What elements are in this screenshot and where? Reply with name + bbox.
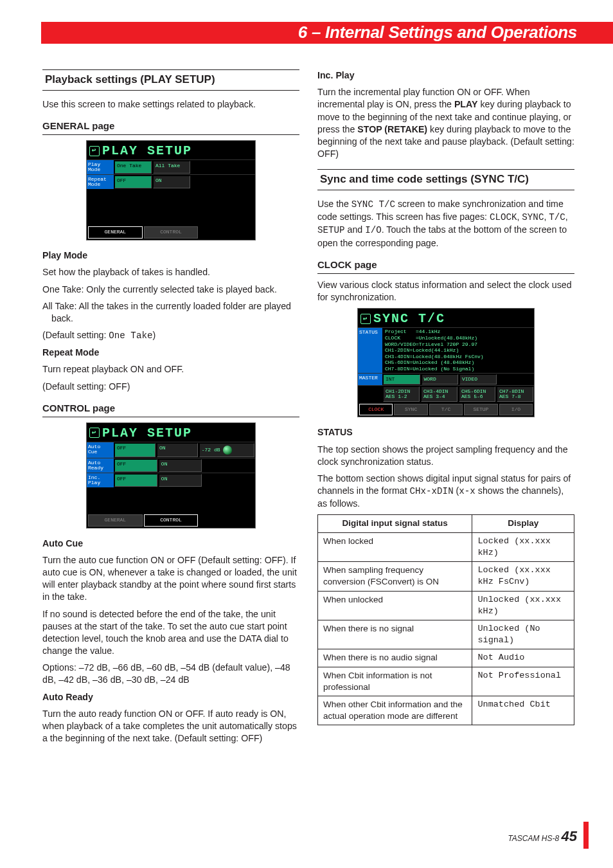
play-mode-one-take: One Take: Only the currently selected ta…: [42, 284, 299, 296]
footer-page-number: 45: [562, 828, 577, 844]
page-footer: TASCAM HS-8 45: [508, 827, 577, 846]
sync-desc: Use the SYNC T/C screen to make synchron…: [317, 198, 574, 249]
lcd1-repeat-off: OFF: [114, 176, 152, 188]
signal-status-table: Digital input signal status Display When…: [317, 514, 574, 725]
table-h1: Digital input signal status: [318, 515, 472, 532]
clock-desc: View various clock status information an…: [317, 279, 574, 303]
table-row: When sampling frequency conversion (FSCo…: [318, 562, 574, 591]
lcd3-m-word: WORD: [422, 374, 459, 384]
lcd1-tab-general: GENERAL: [88, 226, 143, 239]
chapter-title: 6 – Internal Settings and Operations: [298, 21, 577, 44]
lcd-play-setup-general: ↩ PLAY SETUP Play Mode One Take All Take…: [86, 140, 256, 240]
lcd1-repeat-on: ON: [153, 176, 190, 188]
table-h2: Display: [472, 515, 574, 532]
inc-play-heading: Inc. Play: [317, 69, 574, 82]
play-mode-heading: Play Mode: [42, 249, 299, 262]
table-cell-display: Not Professional: [472, 667, 574, 696]
table-cell-display: Unmatched Cbit: [472, 696, 574, 725]
lcd2-incplay-label: Inc. Play: [87, 473, 114, 487]
lcd2-incplay-on: ON: [159, 474, 202, 487]
status-p2: The bottom section shows digital input s…: [317, 473, 574, 511]
lcd2-spacer2: [202, 458, 255, 473]
lcd1-titlebar: ↩ PLAY SETUP: [87, 141, 255, 159]
lcd3-tab-sync: SYNC: [394, 404, 427, 416]
table-row: When other Cbit information and the actu…: [318, 696, 574, 725]
sy-g: SETUP: [317, 225, 345, 235]
lcd2-tab-general: GENERAL: [88, 514, 143, 527]
table-cell-status: When sampling frequency conversion (FSCo…: [318, 562, 472, 591]
lcd2-autocue-on: ON: [157, 443, 198, 457]
page-edge-tab: [583, 822, 589, 849]
lcd3-tab-io: I/O: [499, 404, 533, 416]
lcd3-tabs: CLOCK SYNC T/C SETUP I/O: [358, 402, 534, 417]
lcd-play-setup-control: ↩ PLAY SETUP Auto Cue OFF ON -72 dB Auto…: [86, 422, 256, 529]
table-row: When there is no signalUnlocked (No sign…: [318, 620, 574, 649]
table-cell-status: When unlocked: [318, 591, 472, 620]
back-icon: ↩: [89, 146, 100, 156]
play-mode-all-take: All Take: All the takes in the currently…: [42, 300, 299, 325]
lcd2-autoready-label: Auto Ready: [87, 458, 114, 473]
table-row: When there is no audio signalNot Audio: [318, 649, 574, 667]
lcd2-titlebar: ↩ PLAY SETUP: [87, 423, 255, 442]
lcd3-master-row1: MASTER INT WORD VIDEO: [358, 373, 534, 385]
lcd1-spacer2: [191, 175, 255, 189]
table-cell-display: Locked (xx.xxx kHz FsCnv): [472, 562, 574, 591]
lcd3-status-row: STATUS Project =44.1kHz CLOCK =Unlocked(…: [358, 327, 534, 372]
st2d: x-x: [459, 486, 475, 496]
inc-play-desc: Turn the incremental play function ON or…: [317, 86, 574, 160]
lcd2-autoready-on: ON: [159, 459, 202, 472]
table-row: When lockedLocked (xx.xxx kHz): [318, 532, 574, 561]
pm-default-b: One Take: [109, 330, 152, 341]
sy-b: SYNC T/C: [351, 199, 395, 210]
lcd1-title: PLAY SETUP: [102, 142, 192, 159]
sy-f: T/C: [549, 212, 565, 222]
play-mode-desc: Set how the playback of takes is handled…: [42, 266, 299, 278]
lcd3-tab-clock: CLOCK: [359, 404, 393, 416]
lcd2-incplay-off: OFF: [114, 474, 157, 487]
lcd1-filler: [87, 189, 255, 225]
lcd3-m-int: INT: [383, 374, 420, 384]
lcd3-status-lines: Project =44.1kHz CLOCK =Unlocked(48.048k…: [382, 328, 534, 372]
auto-ready-heading: Auto Ready: [42, 691, 299, 703]
back-icon: ↩: [360, 314, 371, 324]
lcd3-m-blank: [498, 374, 534, 384]
lcd3-m-ch34: CH3-4DIN AES 3-4: [421, 386, 458, 402]
lcd1-tabs: GENERAL CONTROL: [87, 225, 255, 240]
sy-d: CLOCK: [490, 212, 517, 222]
content-area: Playback settings (PLAY SETUP) Use this …: [42, 69, 574, 749]
sync-heading: Sync and time code settings (SYNC T/C): [317, 169, 574, 190]
sy-e: SYNC: [522, 212, 544, 222]
lcd3-master-row2: CH1-2DIN AES 1-2 CH3-4DIN AES 3-4 CH5-6D…: [358, 385, 534, 402]
lcd1-row-playmode: Play Mode One Take All Take: [87, 159, 255, 174]
section-playback-heading: Playback settings (PLAY SETUP): [42, 69, 299, 91]
lcd1-spacer1: [191, 160, 255, 174]
sy-a: Use the: [317, 199, 351, 209]
table-cell-status: When there is no signal: [318, 620, 472, 649]
table-cell-status: When locked: [318, 532, 472, 561]
table-cell-status: When Cbit information is not professiona…: [318, 667, 472, 696]
lcd2-row-autoready: Auto Ready OFF ON: [87, 458, 255, 473]
pm-default-c: ): [152, 330, 155, 340]
control-page-heading: CONTROL page: [42, 402, 299, 417]
lcd-sync-tc: ↩ SYNC T/C STATUS Project =44.1kHz CLOCK…: [357, 308, 535, 417]
lcd3-titlebar: ↩ SYNC T/C: [358, 309, 534, 327]
clock-page-heading: CLOCK page: [317, 258, 574, 274]
lcd1-row-repeat: Repeat Mode OFF ON: [87, 174, 255, 189]
sy-h: I/O: [365, 225, 382, 235]
play-mode-default: (Default setting: One Take): [42, 329, 299, 342]
table-row: When unlockedUnlocked (xx.xxx kHz): [318, 591, 574, 620]
general-page-heading: GENERAL page: [42, 120, 299, 135]
lcd2-autocue-label: Auto Cue: [87, 442, 114, 458]
lcd2-spacer3: [202, 473, 255, 487]
right-column: Inc. Play Turn the incremental play func…: [317, 69, 574, 749]
lcd3-title: SYNC T/C: [373, 310, 445, 327]
lcd2-autocue-level: -72 dB: [199, 443, 254, 457]
lcd1-tab-control: CONTROL: [144, 226, 199, 239]
table-row: When Cbit information is not professiona…: [318, 667, 574, 696]
lcd2-row-incplay: Inc. Play OFF ON: [87, 473, 255, 487]
table-cell-status: When there is no audio signal: [318, 649, 472, 667]
lcd3-tab-setup: SETUP: [464, 404, 497, 416]
lcd1-playmode-label: Play Mode: [87, 160, 114, 174]
table-cell-status: When other Cbit information and the actu…: [318, 696, 472, 725]
table-cell-display: Locked (xx.xxx kHz): [472, 532, 574, 561]
